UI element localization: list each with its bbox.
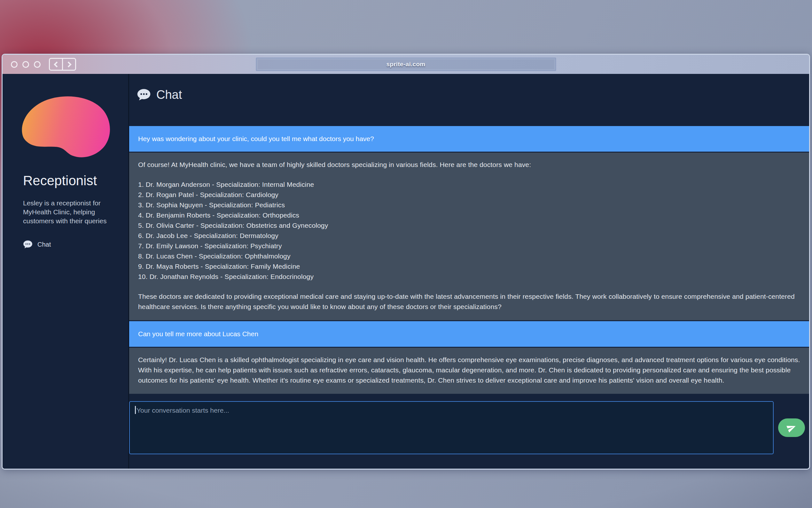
chevron-left-icon xyxy=(54,61,59,67)
browser-window: sprite-ai.com Receptionist Le xyxy=(2,54,810,470)
back-button[interactable] xyxy=(50,59,62,70)
browser-nav-buttons xyxy=(49,58,76,71)
user-message-text: Hey was wondering about your clinic, cou… xyxy=(138,135,374,143)
chat-bubble-icon xyxy=(23,240,33,249)
message-list: Hey was wondering about your clinic, cou… xyxy=(129,126,809,394)
chat-input-placeholder: Your conversation starts here... xyxy=(137,407,229,414)
window-controls xyxy=(11,61,41,68)
desktop: { "browser": { "url": "sprite-ai.com" },… xyxy=(0,0,812,508)
assistant-message-text: Certainly! Dr. Lucas Chen is a skilled o… xyxy=(138,356,800,384)
chevron-right-icon xyxy=(65,61,71,67)
sidebar: Receptionist Lesley is a receptionist fo… xyxy=(3,74,129,469)
forward-button[interactable] xyxy=(62,59,75,70)
sidebar-item-chat[interactable]: Chat xyxy=(23,240,128,249)
chat-bubble-icon xyxy=(137,89,151,101)
assistant-title: Receptionist xyxy=(23,173,128,188)
doctor-list: 1. Dr. Morgan Anderson - Specialization:… xyxy=(138,179,800,282)
url-bar[interactable]: sprite-ai.com xyxy=(256,57,556,71)
user-message: Hey was wondering about your clinic, cou… xyxy=(129,126,809,152)
doctor-list-item: 5. Dr. Olivia Carter - Specialization: O… xyxy=(138,220,800,230)
user-message-text: Can you tell me more about Lucas Chen xyxy=(138,330,258,338)
doctor-list-item: 4. Dr. Benjamin Roberts - Specialization… xyxy=(138,210,800,220)
window-control-dot-2[interactable] xyxy=(22,61,29,68)
window-control-dot-1[interactable] xyxy=(11,61,17,68)
doctor-list-item: 8. Dr. Lucas Chen - Specialization: Opht… xyxy=(138,251,800,261)
doctor-list-item: 7. Dr. Emily Lawson - Specialization: Ps… xyxy=(138,241,800,251)
browser-chrome: sprite-ai.com xyxy=(3,55,809,74)
send-button[interactable] xyxy=(778,418,805,437)
chat-header: Chat xyxy=(137,87,809,102)
sidebar-item-chat-label: Chat xyxy=(37,241,51,248)
assistant-message: Certainly! Dr. Lucas Chen is a skilled o… xyxy=(129,348,809,394)
chat-panel: Chat Hey was wondering about your clinic… xyxy=(129,74,809,469)
assistant-message-outro: These doctors are dedicated to providing… xyxy=(138,291,800,312)
chat-input-row: Your conversation starts here... xyxy=(129,401,809,454)
doctor-list-item: 10. Dr. Jonathan Reynolds - Specializati… xyxy=(138,271,800,282)
doctor-list-item: 9. Dr. Maya Roberts - Specialization: Fa… xyxy=(138,261,800,271)
assistant-message: Of course! At MyHealth clinic, we have a… xyxy=(129,153,809,320)
url-text: sprite-ai.com xyxy=(386,61,425,68)
doctor-list-item: 6. Dr. Jacob Lee - Specialization: Derma… xyxy=(138,230,800,241)
assistant-description: Lesley is a receptionist for MyHealth Cl… xyxy=(23,199,108,225)
window-control-dot-3[interactable] xyxy=(34,61,41,68)
paper-plane-icon xyxy=(785,421,798,434)
assistant-message-intro: Of course! At MyHealth clinic, we have a… xyxy=(138,160,800,170)
doctor-list-item: 2. Dr. Rogan Patel - Specialization: Car… xyxy=(138,190,800,200)
page-title: Chat xyxy=(156,88,182,102)
doctor-list-item: 3. Dr. Sophia Nguyen - Specialization: P… xyxy=(138,200,800,210)
window-content: Receptionist Lesley is a receptionist fo… xyxy=(3,74,809,469)
doctor-list-item: 1. Dr. Morgan Anderson - Specialization:… xyxy=(138,179,800,190)
text-caret xyxy=(135,406,136,414)
user-message: Can you tell me more about Lucas Chen xyxy=(129,321,809,347)
logo-blob-icon xyxy=(19,94,112,160)
logo-blob xyxy=(19,94,112,160)
chat-input[interactable]: Your conversation starts here... xyxy=(129,401,774,454)
